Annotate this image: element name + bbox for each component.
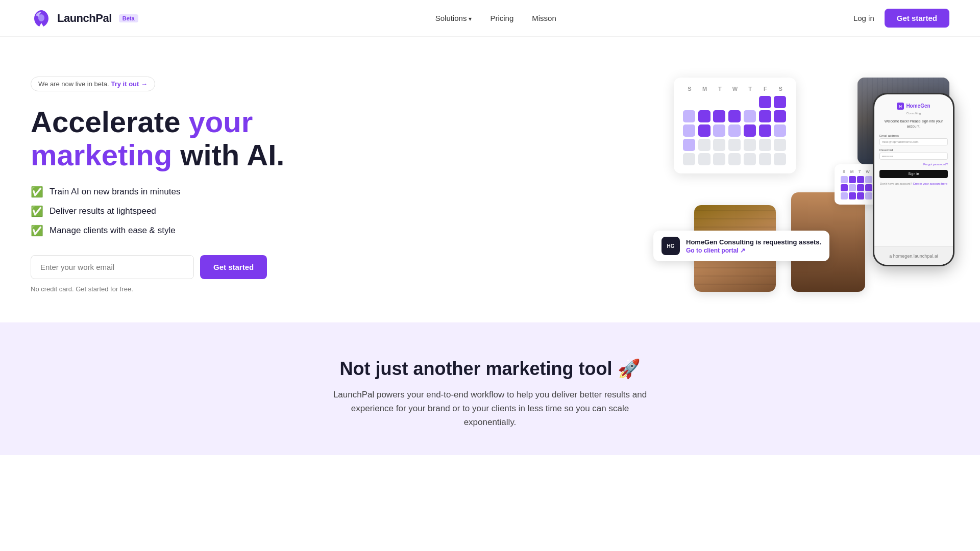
check-icon-2: ✅ [31,205,43,217]
phone-password-value: •••••••••• [879,153,948,160]
nav-solutions[interactable]: Solutions [435,14,472,22]
feature-item-2: ✅ Deliver results at lightspeed [31,205,284,217]
hero-left: We are now live in beta. Try it out → Ac… [31,77,284,293]
beta-banner: We are now live in beta. Try it out → [31,77,155,91]
chevron-down-icon [469,14,472,22]
phone-password-field: Password •••••••••• [879,148,948,160]
nav-links: Solutions Pricing Misson [435,14,556,22]
check-icon-1: ✅ [31,186,43,198]
features-list: ✅ Train AI on new brands in minutes ✅ De… [31,186,284,237]
cal-grid [683,96,787,165]
nav-mission[interactable]: Misson [532,14,556,22]
phone-email-field: Email address mike@topmatchhome.com [879,134,948,145]
bottom-section: Not just another marketing tool 🚀 Launch… [0,322,980,455]
no-credit-text: No credit card. Get started for free. [31,285,284,293]
notification-content: HomeGen Consulting is requesting assets.… [686,238,821,254]
notification-link[interactable]: Go to client portal ↗ [686,247,821,254]
notification-logo: HG [662,237,680,255]
email-row: Get started [31,255,284,279]
nav-actions: Log in Get started [853,9,949,28]
hero-title: Accelerate your marketing with AI. [31,106,284,172]
check-icon-3: ✅ [31,224,43,237]
navbar: LaunchPal Beta Solutions Pricing Misson … [0,0,980,37]
feature-item-1: ✅ Train AI on new brands in minutes [31,186,284,198]
login-button[interactable]: Log in [853,14,874,22]
calendar-card: S M T W T F S [674,78,796,173]
feature-item-3: ✅ Manage clients with ease & style [31,224,284,237]
phone-screen: H HomeGen Consulting Welcome back! Pleas… [874,94,953,265]
beta-badge: Beta [119,14,138,22]
phone-mockup: H HomeGen Consulting Welcome back! Pleas… [873,93,954,266]
bottom-description: LaunchPal powers your end-to-end workflo… [327,388,653,430]
phone-logo: H HomeGen Consulting [897,103,930,115]
bottom-title: Not just another marketing tool 🚀 [31,358,949,380]
hero-visual: S M T W T F S [653,78,949,292]
nav-pricing[interactable]: Pricing [490,14,513,22]
try-it-out-link[interactable]: Try it out → [111,80,148,88]
phone-nav-bar: a homegen.launchpal.ai [874,246,953,265]
email-input[interactable] [31,255,194,279]
phone-signin-btn: Sign in [879,170,948,178]
phone-email-value: mike@topmatchhome.com [879,138,948,145]
get-started-nav-button[interactable]: Get started [885,9,949,28]
hero-section: We are now live in beta. Try it out → Ac… [0,37,980,322]
cal-days-row: S M T W T F S [683,86,787,92]
notification-title: HomeGen Consulting is requesting assets. [686,238,821,246]
get-started-hero-button[interactable]: Get started [200,255,267,279]
launchpal-logo-icon [31,8,52,29]
logo-text: LaunchPal [57,12,112,25]
logo-area: LaunchPal Beta [31,8,138,29]
notification-card: HG HomeGen Consulting is requesting asse… [653,231,829,261]
